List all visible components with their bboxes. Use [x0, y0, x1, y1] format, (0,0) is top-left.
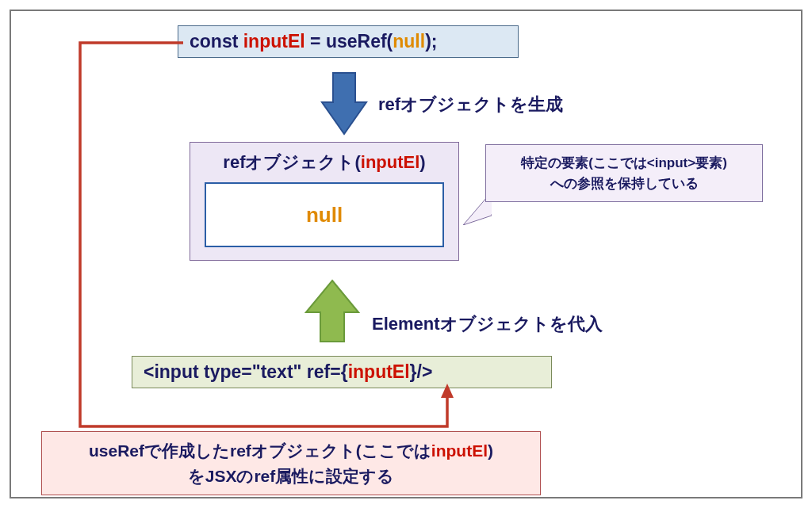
arrow-connector-red-icon — [71, 17, 459, 434]
callout-box: 特定の要素(ここでは<input>要素) への参照を保持している — [485, 144, 763, 202]
svg-marker-4 — [441, 384, 454, 398]
diagram-frame: const inputEl = useRef(null); refオブジェクトを… — [10, 10, 802, 498]
note-line2: をJSXのref属性に設定する — [188, 467, 395, 485]
callout-line1: 特定の要素(ここでは<input>要素) — [521, 155, 727, 170]
note-line1-c: ) — [488, 441, 493, 460]
note-line1-var: inputEl — [431, 441, 488, 460]
callout-line2: への参照を保持している — [550, 176, 699, 191]
note-line1-a: useRefで作成したrefオブジェクト(ここでは — [89, 441, 431, 460]
note-box: useRefで作成したrefオブジェクト(ここではinputEl) をJSXのr… — [41, 431, 541, 495]
